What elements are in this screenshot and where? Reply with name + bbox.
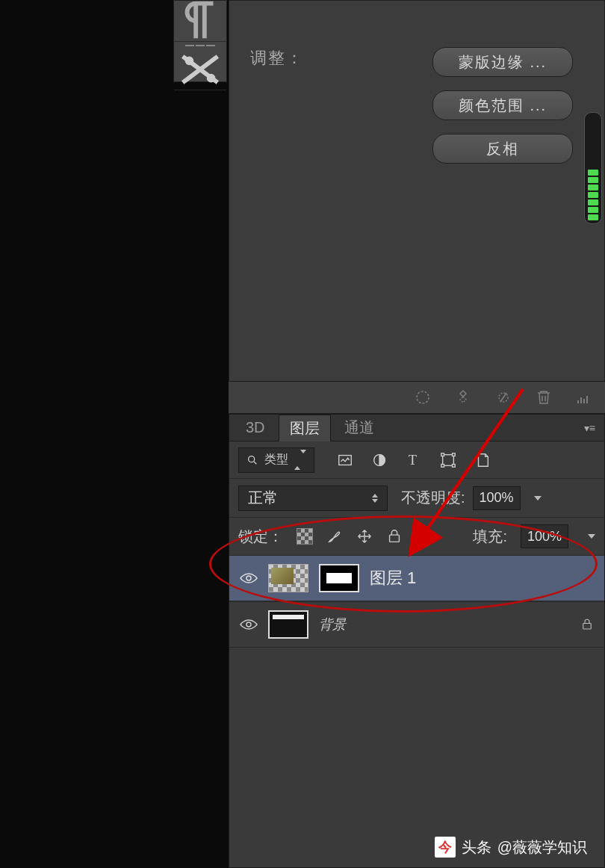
tab-3d[interactable]: 3D (235, 416, 276, 439)
svg-rect-4 (577, 400, 579, 403)
trash-icon[interactable] (535, 388, 553, 406)
apply-mask-icon[interactable] (494, 388, 512, 406)
tab-layers[interactable]: 图层 (279, 415, 331, 441)
visibility-icon[interactable] (240, 572, 258, 584)
opacity-dropdown-icon[interactable] (534, 496, 542, 500)
search-icon (246, 454, 258, 466)
svg-rect-7 (586, 396, 588, 403)
svg-rect-20 (583, 624, 592, 630)
svg-rect-9 (339, 455, 352, 465)
filter-type-label: 类型 (264, 452, 288, 468)
svg-point-2 (417, 391, 429, 403)
fill-dropdown-icon[interactable] (588, 534, 595, 539)
lock-transparency-icon[interactable] (297, 528, 313, 545)
svg-point-0 (187, 58, 192, 63)
panel-action-row (229, 381, 605, 414)
level-meter (584, 112, 602, 224)
layer-thumbnail[interactable] (268, 564, 308, 592)
tab-channels[interactable]: 通道 (334, 415, 385, 441)
layer-name[interactable]: 图层 1 (370, 567, 416, 589)
smart-filter-icon[interactable] (474, 452, 491, 468)
fill-label: 填充: (473, 527, 507, 547)
side-toolbar (173, 0, 227, 82)
layers-list: 图层 1 背景 (229, 555, 604, 648)
svg-text:T: T (409, 453, 417, 468)
invert-button[interactable]: 反相 (432, 134, 573, 164)
fill-field[interactable]: 100% (521, 524, 568, 548)
svg-point-1 (209, 76, 214, 81)
layer-row-background[interactable]: 背景 (229, 601, 604, 648)
panel-tabs: 3D 图层 通道 ▾≡ (229, 415, 604, 441)
lock-move-icon[interactable] (356, 528, 373, 545)
adjust-label: 调整： (250, 47, 304, 69)
lock-brush-icon[interactable] (326, 528, 343, 545)
svg-rect-6 (583, 399, 585, 403)
svg-point-18 (246, 576, 251, 580)
svg-point-8 (249, 456, 255, 462)
svg-rect-14 (453, 453, 456, 456)
pixel-filter-icon[interactable] (337, 452, 353, 468)
tools-icon[interactable] (174, 49, 226, 90)
lock-row: 锁定： 填充: 100% (229, 518, 604, 555)
layer-thumbnail[interactable] (268, 610, 308, 639)
adjustments-panel: 调整： 蒙版边缘 ... 颜色范围 ... 反相 (229, 0, 605, 388)
color-range-button[interactable]: 颜色范围 ... (432, 90, 573, 120)
svg-rect-16 (453, 464, 456, 467)
svg-rect-15 (441, 464, 444, 467)
svg-rect-17 (390, 535, 400, 542)
blend-mode-value: 正常 (248, 488, 278, 508)
watermark-author: @薇薇学知识 (497, 837, 587, 858)
panel-menu-icon[interactable]: ▾≡ (584, 422, 595, 434)
selection-icon[interactable] (414, 388, 432, 406)
histogram-icon[interactable] (575, 388, 593, 406)
text-filter-icon[interactable]: T (406, 452, 422, 468)
visibility-icon[interactable] (240, 619, 258, 630)
svg-rect-13 (441, 453, 444, 456)
layer-mask-thumbnail[interactable] (319, 564, 359, 592)
layer-row-1[interactable]: 图层 1 (229, 555, 604, 601)
shape-filter-icon[interactable] (440, 452, 456, 468)
blend-mode-row: 正常 不透明度: 100% (229, 479, 604, 518)
opacity-label: 不透明度: (401, 488, 465, 508)
svg-rect-5 (580, 397, 582, 403)
blend-mode-select[interactable]: 正常 (238, 486, 388, 511)
load-selection-icon[interactable] (454, 388, 472, 406)
opacity-field[interactable]: 100% (473, 486, 521, 510)
background-layer-name[interactable]: 背景 (319, 616, 346, 633)
toutiao-logo-icon: 今 (435, 837, 456, 858)
paragraph-icon[interactable] (174, 1, 226, 42)
lock-icon (580, 618, 594, 631)
svg-point-19 (246, 622, 251, 627)
filter-type-select[interactable]: 类型 (238, 447, 314, 473)
layer-filter-row: 类型 T (229, 441, 604, 479)
watermark: 今 头条 @薇薇学知识 (435, 837, 587, 858)
mask-edge-button[interactable]: 蒙版边缘 ... (432, 47, 573, 77)
watermark-prefix: 头条 (462, 837, 491, 858)
adjustment-filter-icon[interactable] (371, 452, 388, 468)
lock-label: 锁定： (238, 527, 283, 547)
lock-all-icon[interactable] (386, 528, 403, 545)
layers-panel: 3D 图层 通道 ▾≡ 类型 T 正常 不透明度: 100% 锁定： (229, 414, 605, 868)
